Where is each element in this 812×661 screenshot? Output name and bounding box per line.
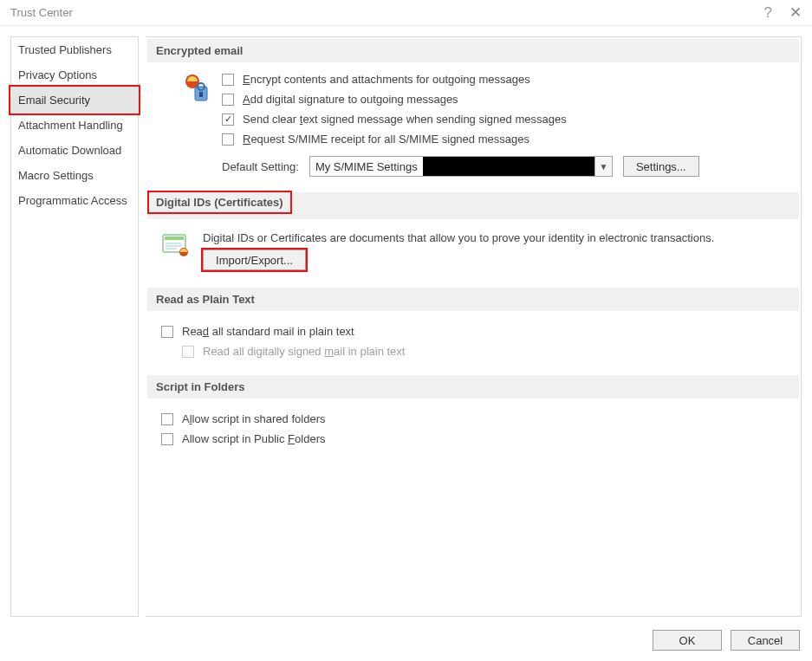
sidebar-item-label: Trusted Publishers bbox=[18, 43, 112, 56]
checkbox-label: Allow script in Public Folders bbox=[182, 432, 325, 445]
default-setting-dropdown[interactable]: My S/MIME Settings ▼ bbox=[309, 156, 613, 177]
checkbox-icon bbox=[222, 133, 234, 146]
checkbox-add-digital-signature[interactable]: Add digital signature to outgoing messag… bbox=[222, 89, 790, 109]
help-icon[interactable]: ? bbox=[764, 4, 772, 22]
section-header-encrypted: Encrypted email bbox=[147, 39, 799, 62]
section-header-row-digital: Digital IDs (Certificates) bbox=[147, 192, 799, 219]
checkbox-icon bbox=[161, 326, 173, 338]
checkbox-icon bbox=[222, 94, 234, 106]
section-header-digital: Digital IDs (Certificates) bbox=[149, 192, 290, 212]
encrypted-email-icon bbox=[180, 69, 210, 177]
checkbox-icon bbox=[182, 346, 194, 358]
dropdown-value: My S/MIME Settings bbox=[310, 160, 423, 173]
checkbox-icon bbox=[222, 74, 234, 86]
close-icon[interactable]: ✕ bbox=[789, 3, 802, 22]
title-bar: Trust Center ? ✕ bbox=[0, 0, 812, 26]
checkbox-icon bbox=[222, 113, 234, 126]
cancel-button[interactable]: Cancel bbox=[731, 630, 800, 651]
content-pane: Encrypted email Encrypt contents and att… bbox=[146, 36, 802, 617]
dialog-footer: OK Cancel bbox=[653, 630, 800, 651]
checkbox-label: Request S/MIME receipt for all S/MIME si… bbox=[243, 133, 529, 146]
window-title: Trust Center bbox=[10, 6, 73, 19]
dialog-trust-center: Trust Center ? ✕ Trusted Publishers Priv… bbox=[0, 0, 812, 661]
svg-rect-5 bbox=[165, 237, 184, 240]
checkbox-label: Encrypt contents and attachments for out… bbox=[243, 73, 530, 86]
checkbox-read-signed-plain: Read all digitally signed mail in plain … bbox=[161, 341, 790, 361]
settings-button[interactable]: Settings... bbox=[623, 156, 699, 177]
sidebar-item-email-security[interactable]: Email Security bbox=[10, 87, 139, 113]
import-export-button[interactable]: Import/Export... bbox=[203, 249, 306, 270]
svg-rect-3 bbox=[199, 92, 203, 97]
section-header-read-plain: Read as Plain Text bbox=[147, 288, 799, 311]
sidebar-item-trusted-publishers[interactable]: Trusted Publishers bbox=[11, 37, 138, 62]
checkbox-script-shared-folders[interactable]: Allow script in shared folders bbox=[161, 409, 790, 429]
checkbox-send-clear-text[interactable]: Send clear text signed message when send… bbox=[222, 109, 790, 129]
checkbox-label: Add digital signature to outgoing messag… bbox=[243, 93, 458, 106]
sidebar-item-automatic-download[interactable]: Automatic Download bbox=[11, 138, 138, 163]
sidebar-item-label: Automatic Download bbox=[18, 144, 121, 157]
sidebar-item-label: Email Security bbox=[18, 94, 90, 107]
checkbox-label: Allow script in shared folders bbox=[182, 412, 325, 425]
checkbox-label: Send clear text signed message when send… bbox=[243, 113, 567, 126]
chevron-down-icon[interactable]: ▼ bbox=[594, 157, 612, 176]
sidebar-item-programmatic-access[interactable]: Programmatic Access bbox=[11, 188, 138, 213]
sidebar-item-attachment-handling[interactable]: Attachment Handling bbox=[11, 113, 138, 138]
checkbox-encrypt-contents[interactable]: Encrypt contents and attachments for out… bbox=[222, 69, 790, 89]
certificate-icon bbox=[161, 230, 191, 259]
sidebar-item-privacy-options[interactable]: Privacy Options bbox=[11, 62, 138, 87]
sidebar-item-label: Privacy Options bbox=[18, 68, 97, 81]
sidebar: Trusted Publishers Privacy Options Email… bbox=[10, 36, 139, 617]
redacted-area bbox=[423, 157, 594, 176]
sidebar-item-label: Macro Settings bbox=[18, 169, 94, 182]
checkbox-read-standard-plain[interactable]: Read all standard mail in plain text bbox=[161, 321, 790, 341]
section-header-script: Script in Folders bbox=[147, 375, 799, 399]
checkbox-label: Read all standard mail in plain text bbox=[182, 325, 354, 338]
sidebar-item-label: Programmatic Access bbox=[18, 194, 127, 207]
sidebar-item-label: Attachment Handling bbox=[18, 119, 123, 132]
ok-button[interactable]: OK bbox=[653, 630, 722, 651]
checkbox-label: Read all digitally signed mail in plain … bbox=[203, 345, 405, 358]
digital-id-description: Digital IDs or Certificates are document… bbox=[203, 231, 714, 244]
checkbox-script-public-folders[interactable]: Allow script in Public Folders bbox=[161, 429, 790, 449]
checkbox-icon bbox=[161, 413, 173, 425]
checkbox-icon bbox=[161, 433, 173, 445]
checkbox-request-smime-receipt[interactable]: Request S/MIME receipt for all S/MIME si… bbox=[222, 129, 790, 149]
sidebar-item-macro-settings[interactable]: Macro Settings bbox=[11, 163, 138, 188]
default-setting-label: Default Setting: bbox=[222, 160, 299, 173]
